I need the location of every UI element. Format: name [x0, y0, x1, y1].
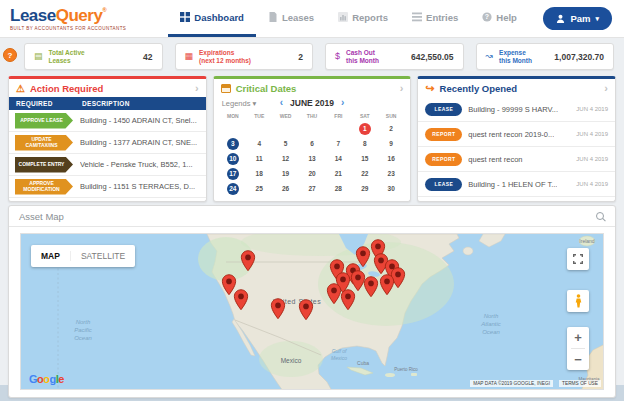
help-bubble-button[interactable]: ?	[3, 48, 17, 62]
calendar-day[interactable]: 1	[352, 121, 378, 136]
item-description: Building - 99999 S HARV...	[468, 105, 558, 114]
svg-text:North: North	[76, 319, 91, 325]
asset-map-panel: Asset Map	[8, 205, 616, 398]
stat-value: 42	[143, 52, 152, 62]
calendar-day[interactable]: 20	[299, 166, 325, 181]
pegman-icon	[574, 294, 583, 308]
map-type-control: MAP SATELLITE	[31, 245, 135, 267]
calendar-day[interactable]: 9	[378, 136, 404, 151]
magnifier-icon[interactable]	[596, 212, 605, 221]
calendar-day[interactable]: 15	[352, 151, 378, 166]
leasequery-logo[interactable]: LeaseQuery® BUILT BY ACCOUNTANTS FOR ACC…	[10, 0, 126, 37]
map-frame: United States Mexico Cuba Puerto Rico Ir…	[9, 227, 615, 397]
nav-reports[interactable]: Reports	[326, 0, 400, 37]
label-ireland: Ireland	[579, 238, 595, 244]
calendar-day[interactable]: 7	[325, 136, 351, 151]
label-gulf-of-mexico: Gulf of Mexico	[331, 348, 347, 361]
calendar-day[interactable]: 24	[220, 181, 246, 196]
calendar-day[interactable]: 10	[220, 151, 246, 166]
panel-title: Recently Opened	[440, 83, 518, 94]
dollar-icon: $	[335, 52, 340, 61]
calendar-day[interactable]: 2	[378, 121, 404, 136]
calendar-day[interactable]: 8	[352, 136, 378, 151]
satellite-view-button[interactable]: SATELLITE	[70, 251, 135, 261]
prev-month-button[interactable]: ‹	[280, 98, 283, 108]
calendar-day[interactable]: 6	[299, 136, 325, 151]
stat-expirations[interactable]: ▦ Expirations(next 12 months) 2	[175, 43, 314, 70]
nav-leases[interactable]: Leases	[256, 0, 326, 37]
calendar-day[interactable]: 28	[325, 181, 351, 196]
stat-cash-out[interactable]: $ Cash Outthis Month 642,550.05	[325, 43, 464, 70]
list-item[interactable]: LEASE Building - 99999 S HARV... JUN 4 2…	[418, 97, 615, 122]
calendar-day[interactable]: 4	[246, 136, 272, 151]
svg-text:Mexico: Mexico	[331, 355, 347, 361]
stat-total-active-leases[interactable]: ▤ Total ActiveLeases 42	[24, 43, 163, 70]
caret-down-icon: ▾	[595, 15, 599, 23]
panel-header: ⚠ Action Required ›	[9, 79, 206, 97]
list-item[interactable]: REPORT quest rent recon 2019-0... JUN 4 …	[418, 122, 615, 147]
lease-description: Building - 1450 ADRAIN CT, Snel...	[80, 116, 197, 125]
asset-map-title: Asset Map	[19, 211, 64, 222]
newfoundland	[463, 247, 473, 255]
calendar-day[interactable]: 22	[352, 166, 378, 181]
day-of-week-label: THU	[299, 110, 325, 121]
calendar-day[interactable]	[325, 121, 351, 136]
google-logo[interactable]: Google	[29, 373, 64, 385]
map-canvas[interactable]: United States Mexico Cuba Puerto Rico Ir…	[20, 233, 604, 390]
zoom-in-button[interactable]: +	[567, 327, 589, 348]
asset-map-header[interactable]: Asset Map	[9, 206, 615, 227]
calendar-day[interactable]: 30	[378, 181, 404, 196]
stat-expense[interactable]: ↝ Expensethis Month 1,007,320.70	[476, 43, 615, 70]
calendar-day[interactable]: 17	[220, 166, 246, 181]
legends-dropdown[interactable]: Legends ▾	[222, 99, 257, 108]
nav-entries[interactable]: Entries	[400, 0, 470, 37]
calendar-day[interactable]: 12	[272, 151, 298, 166]
calendar-day[interactable]: 11	[246, 151, 272, 166]
calendar-day[interactable]	[272, 121, 298, 136]
calendar-day[interactable]	[299, 121, 325, 136]
map-view-button[interactable]: MAP	[31, 251, 70, 261]
chevron-right-icon[interactable]: ›	[604, 83, 608, 94]
table-header: REQUIRED DESCRIPTION	[9, 97, 206, 110]
calendar-day[interactable]: 13	[299, 151, 325, 166]
logo-text: LeaseQuery®	[10, 7, 126, 24]
calendar-day[interactable]: 27	[299, 181, 325, 196]
calendar-day[interactable]	[246, 121, 272, 136]
zoom-out-button[interactable]: −	[567, 349, 589, 370]
user-menu-button[interactable]: Pam ▾	[543, 7, 612, 30]
fullscreen-button[interactable]	[567, 248, 589, 270]
calendar-day[interactable]: 21	[325, 166, 351, 181]
calendar-day[interactable]: 23	[378, 166, 404, 181]
nav-dashboard[interactable]: Dashboard	[168, 0, 256, 37]
table-row[interactable]: APPROVE MODIFICATION Building - 1151 S T…	[9, 176, 206, 198]
chevron-right-icon[interactable]: ›	[400, 83, 404, 94]
street-view-pegman-button[interactable]	[567, 290, 589, 312]
list-item[interactable]: REPORT quest rent recon JUN 4 2019	[418, 147, 615, 172]
item-date: JUN 4 2019	[576, 181, 608, 187]
calendar-icon	[221, 84, 231, 93]
lease-description: Vehicle - Penske Truck, B552, 1...	[80, 160, 193, 169]
svg-text:?: ?	[485, 13, 489, 20]
calendar-day[interactable]: 3	[220, 136, 246, 151]
table-row[interactable]: UPDATE CAM/TAX/INS Building - 1377 ADRAI…	[9, 132, 206, 154]
stat-label: Total ActiveLeases	[49, 49, 85, 65]
calendar-day[interactable]: 25	[246, 181, 272, 196]
label-mexico: Mexico	[281, 357, 302, 364]
calendar-day[interactable]: 5	[272, 136, 298, 151]
table-row[interactable]: APPROVE LEASE Building - 1450 ADRAIN CT,…	[9, 110, 206, 132]
critical-dates-panel: Critical Dates › Legends ▾ ‹ JUNE 2019 ›…	[213, 76, 412, 202]
attribution-text: MAP DATA ©2019 GOOGLE, INEGI	[470, 380, 553, 387]
calendar-day[interactable]: 18	[246, 166, 272, 181]
calendar-day[interactable]	[220, 121, 246, 136]
calendar-day[interactable]: 19	[272, 166, 298, 181]
terms-of-use-link[interactable]: TERMS OF USE	[559, 380, 601, 387]
table-row[interactable]: COMPLETE ENTRY Vehicle - Penske Truck, B…	[9, 154, 206, 176]
chevron-right-icon[interactable]: ›	[195, 83, 199, 94]
next-month-button[interactable]: ›	[341, 98, 344, 108]
calendar-day[interactable]: 29	[352, 181, 378, 196]
nav-help[interactable]: ? Help	[470, 0, 529, 37]
list-item[interactable]: LEASE Building - 1 HELEN OF T... JUN 4 2…	[418, 172, 615, 197]
calendar-day[interactable]: 26	[272, 181, 298, 196]
calendar-day[interactable]: 16	[378, 151, 404, 166]
calendar-day[interactable]: 14	[325, 151, 351, 166]
